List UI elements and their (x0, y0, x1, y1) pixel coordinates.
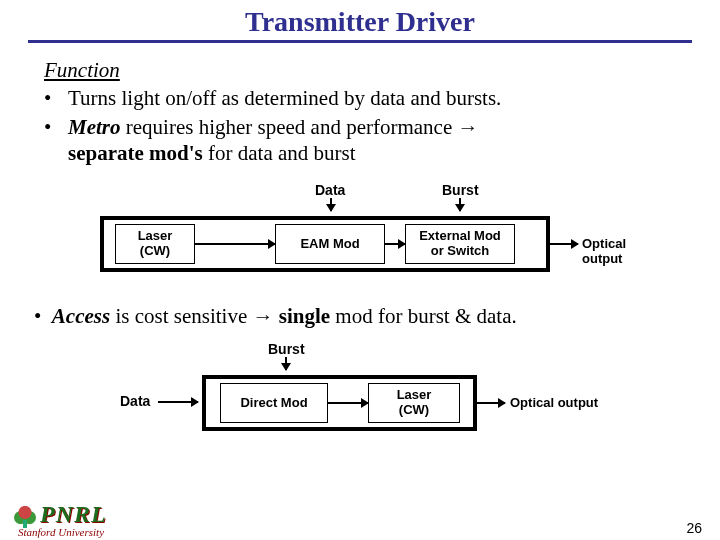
d1-eam-box: EAM Mod (275, 224, 385, 264)
diagram-access: Burst Data Direct Mod Laser (CW) Optical… (120, 341, 600, 441)
footer-logo: PNRL Stanford University (14, 501, 107, 538)
arrow-down-icon (330, 198, 332, 211)
arrow-right-icon (385, 243, 405, 245)
d2-laser-box: Laser (CW) (368, 383, 460, 423)
diagram-metro: Data Burst Laser (CW) EAM Mod External M… (80, 182, 640, 282)
function-heading: Function (44, 57, 676, 83)
page-number: 26 (686, 520, 702, 536)
body-text: Function • Turns light on/off as determi… (44, 57, 676, 166)
arrow-right-icon (550, 243, 578, 245)
arrow-down-icon (285, 357, 287, 370)
d1-ext-box: External Mod or Switch (405, 224, 515, 264)
d1-output-label: Optical output (582, 236, 640, 266)
title-underline (28, 40, 692, 43)
arrow-right-icon (477, 402, 505, 404)
slide-title: Transmitter Driver (0, 6, 720, 38)
d2-data-label: Data (120, 393, 150, 409)
bullet-1: • Turns light on/off as determined by da… (44, 85, 676, 111)
tree-icon (14, 502, 36, 528)
d2-output-label: Optical output (510, 395, 598, 410)
d2-mod-box: Direct Mod (220, 383, 328, 423)
arrow-right-icon (328, 402, 368, 404)
d1-data-label: Data (315, 182, 345, 198)
d2-burst-label: Burst (268, 341, 305, 357)
arrow-right-icon (158, 401, 198, 403)
d1-burst-label: Burst (442, 182, 479, 198)
arrow-right-icon (195, 243, 275, 245)
bullet-2: • Metro requires higher speed and perfor… (44, 114, 676, 167)
arrow-down-icon (459, 198, 461, 211)
bullet-access: • Access is cost sensitive → single mod … (34, 304, 720, 329)
d1-laser-box: Laser (CW) (115, 224, 195, 264)
